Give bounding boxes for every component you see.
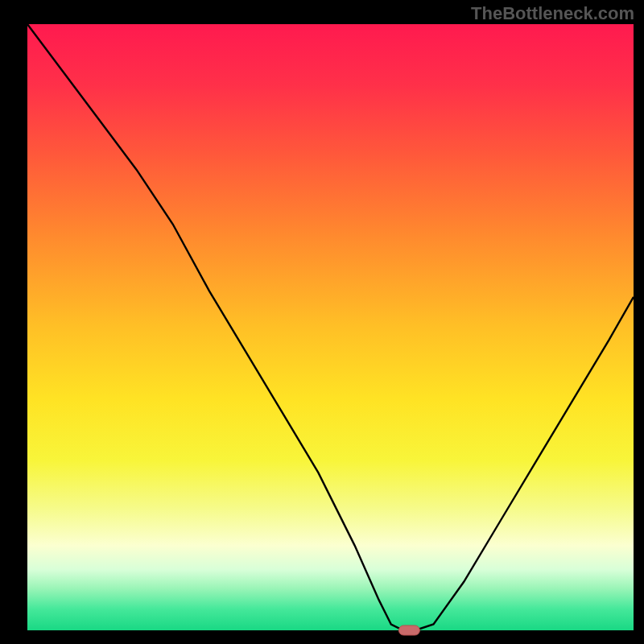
- bottleneck-chart: [0, 0, 644, 644]
- chart-frame: TheBottleneck.com: [0, 0, 644, 644]
- optimum-marker: [398, 625, 419, 635]
- plot-background: [27, 24, 634, 630]
- watermark-label: TheBottleneck.com: [471, 3, 634, 24]
